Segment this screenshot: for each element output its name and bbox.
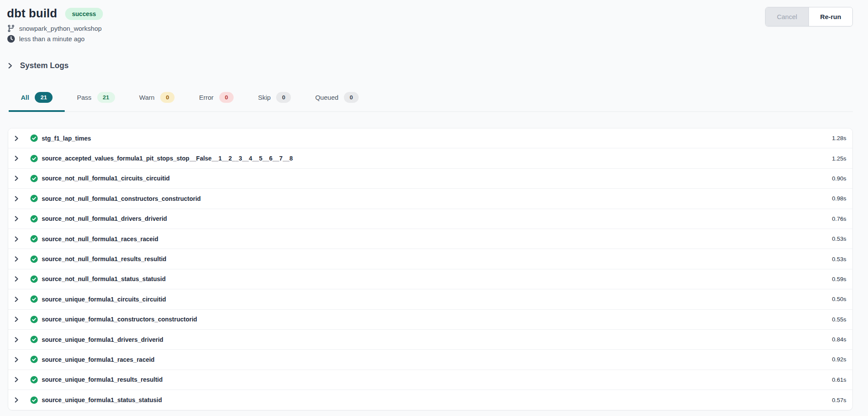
result-row[interactable]: source_unique_formula1_status_statusid 0… — [8, 390, 852, 410]
tab-count-badge: 0 — [276, 92, 291, 103]
check-circle-icon — [30, 316, 38, 323]
check-circle-icon — [30, 175, 38, 182]
system-logs-label: System Logs — [20, 61, 69, 70]
branch-label: snowpark_python_workshop — [19, 25, 102, 32]
tab-count-badge: 21 — [97, 92, 115, 103]
branch-row: snowpark_python_workshop — [7, 24, 853, 33]
result-duration: 1.25s — [832, 155, 846, 162]
chevron-right-icon[interactable] — [13, 135, 20, 141]
tab-count-badge: 0 — [344, 92, 359, 103]
result-duration: 1.28s — [832, 135, 846, 141]
tab-label: Queued — [315, 94, 338, 101]
check-circle-icon — [30, 195, 38, 202]
result-duration: 0.84s — [832, 336, 846, 343]
result-duration: 0.57s — [832, 397, 846, 403]
result-name: source_not_null_formula1_status_statusid — [42, 275, 166, 282]
result-duration: 0.90s — [832, 175, 846, 182]
result-duration: 0.98s — [832, 195, 846, 202]
result-row[interactable]: source_unique_formula1_results_resultid … — [8, 370, 852, 390]
result-name: source_not_null_formula1_drivers_driveri… — [42, 215, 167, 222]
result-row[interactable]: source_accepted_values_formula1_pit_stop… — [8, 148, 852, 168]
result-duration: 0.53s — [832, 236, 846, 242]
status-badge: success — [65, 8, 103, 20]
page-title: dbt build — [7, 7, 57, 20]
result-name: stg_f1_lap_times — [42, 135, 91, 142]
result-duration: 0.59s — [832, 276, 846, 282]
chevron-right-icon[interactable] — [13, 256, 20, 262]
check-circle-icon — [30, 215, 38, 223]
chevron-right-icon[interactable] — [13, 316, 20, 322]
result-row[interactable]: source_not_null_formula1_drivers_driveri… — [8, 209, 852, 229]
check-circle-icon — [30, 356, 38, 363]
check-circle-icon — [30, 376, 38, 383]
check-circle-icon — [30, 275, 38, 283]
chevron-right-icon[interactable] — [13, 397, 20, 403]
result-name: source_unique_formula1_drivers_driverid — [42, 336, 163, 343]
chevron-right-icon — [7, 62, 13, 69]
result-duration: 0.55s — [832, 316, 846, 323]
result-name: source_unique_formula1_circuits_circuiti… — [42, 296, 166, 303]
check-circle-icon — [30, 295, 38, 303]
chevron-right-icon[interactable] — [13, 155, 20, 161]
tab-pass[interactable]: Pass 21 — [65, 88, 127, 112]
status-tabs: All 21 Pass 21 Warn 0 Error 0 Skip 0 Que… — [9, 88, 853, 112]
result-row[interactable]: source_unique_formula1_circuits_circuiti… — [8, 289, 852, 309]
time-ago-label: less than a minute ago — [19, 35, 85, 43]
result-duration: 0.53s — [832, 256, 846, 262]
check-circle-icon — [30, 235, 38, 242]
results-list: stg_f1_lap_times 1.28s source_accepted_v… — [8, 128, 853, 410]
run-header: dbt build success — [7, 7, 853, 20]
chevron-right-icon[interactable] — [13, 377, 20, 383]
git-branch-icon — [7, 24, 15, 33]
result-name: source_unique_formula1_races_raceid — [42, 356, 155, 363]
chevron-right-icon[interactable] — [13, 196, 20, 202]
result-name: source_not_null_formula1_circuits_circui… — [42, 175, 170, 182]
result-row[interactable]: source_not_null_formula1_results_resulti… — [8, 249, 852, 269]
chevron-right-icon[interactable] — [13, 337, 20, 343]
result-duration: 0.61s — [832, 377, 846, 383]
result-name: source_not_null_formula1_results_resulti… — [42, 255, 166, 262]
tab-skip[interactable]: Skip 0 — [246, 88, 303, 112]
result-name: source_not_null_formula1_constructors_co… — [42, 195, 201, 202]
check-circle-icon — [30, 134, 38, 142]
tab-label: Pass — [77, 94, 91, 101]
chevron-right-icon[interactable] — [13, 216, 20, 222]
chevron-right-icon[interactable] — [13, 296, 20, 302]
result-name: source_accepted_values_formula1_pit_stop… — [42, 155, 293, 162]
result-row[interactable]: source_not_null_formula1_races_raceid 0.… — [8, 229, 852, 249]
result-row[interactable]: source_unique_formula1_constructors_cons… — [8, 310, 852, 330]
time-row: less than a minute ago — [7, 35, 853, 43]
check-circle-icon — [30, 336, 38, 343]
tab-error[interactable]: Error 0 — [187, 88, 246, 112]
result-row[interactable]: source_not_null_formula1_circuits_circui… — [8, 169, 852, 189]
rerun-button[interactable]: Re-run — [809, 7, 852, 26]
tab-all[interactable]: All 21 — [9, 88, 65, 112]
run-actions: Cancel Re-run — [765, 7, 853, 26]
result-name: source_unique_formula1_status_statusid — [42, 396, 162, 403]
tab-label: Error — [199, 94, 213, 101]
tab-count-badge: 21 — [35, 92, 53, 103]
result-name: source_not_null_formula1_races_raceid — [42, 236, 158, 242]
result-duration: 0.92s — [832, 356, 846, 363]
check-circle-icon — [30, 255, 38, 263]
check-circle-icon — [30, 155, 38, 162]
tab-count-badge: 0 — [160, 92, 175, 103]
chevron-right-icon[interactable] — [13, 357, 20, 363]
tab-warn[interactable]: Warn 0 — [127, 88, 187, 112]
result-row[interactable]: source_unique_formula1_drivers_driverid … — [8, 330, 852, 350]
result-row[interactable]: stg_f1_lap_times 1.28s — [8, 128, 852, 148]
check-circle-icon — [30, 396, 38, 404]
chevron-right-icon[interactable] — [13, 276, 20, 282]
result-row[interactable]: source_unique_formula1_races_raceid 0.92… — [8, 350, 852, 370]
chevron-right-icon[interactable] — [13, 175, 20, 181]
clock-icon — [7, 35, 15, 43]
tab-queued[interactable]: Queued 0 — [303, 88, 371, 112]
tab-label: Warn — [139, 94, 155, 101]
cancel-button[interactable]: Cancel — [766, 7, 809, 26]
system-logs-toggle[interactable]: System Logs — [7, 61, 69, 70]
chevron-right-icon[interactable] — [13, 236, 20, 242]
result-row[interactable]: source_not_null_formula1_status_statusid… — [8, 269, 852, 289]
run-detail-page: dbt build success snowpark_python_worksh… — [0, 0, 868, 410]
result-row[interactable]: source_not_null_formula1_constructors_co… — [8, 189, 852, 209]
tab-label: Skip — [258, 94, 271, 101]
